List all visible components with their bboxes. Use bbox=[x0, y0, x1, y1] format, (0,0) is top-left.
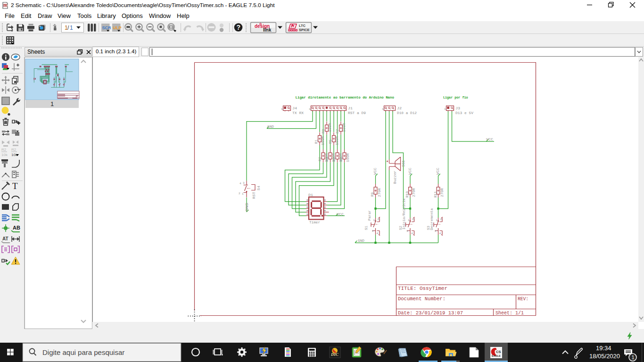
svg-text:18/05/2020: 18/05/2020 bbox=[589, 353, 620, 360]
svg-text:AB: AB bbox=[13, 225, 20, 230]
svg-text:270R: 270R bbox=[412, 188, 416, 197]
svg-text:Inicia/Reinicia: Inicia/Reinicia bbox=[402, 198, 406, 230]
svg-text:2: 2 bbox=[378, 218, 380, 221]
svg-text:SCR: SCR bbox=[102, 25, 112, 30]
svg-text:2: 2 bbox=[440, 218, 442, 221]
svg-text:R1: R1 bbox=[314, 140, 318, 144]
svg-text:4: 4 bbox=[239, 182, 241, 185]
svg-text:Ligar diretamente ao barrament: Ligar diretamente ao barramento do Ardui… bbox=[296, 95, 395, 99]
svg-text:4: 4 bbox=[377, 232, 379, 235]
svg-text:1: 1 bbox=[408, 219, 410, 222]
svg-text:REV:: REV: bbox=[518, 296, 528, 302]
svg-text:EAGLE: EAGLE bbox=[492, 354, 501, 357]
svg-text:100R: 100R bbox=[328, 123, 332, 132]
svg-text:1: 1 bbox=[309, 107, 311, 111]
svg-text:270R: 270R bbox=[440, 188, 444, 197]
svg-text:4: 4 bbox=[411, 232, 413, 235]
svg-text:D10 a D12: D10 a D12 bbox=[397, 111, 417, 115]
svg-text:1: 1 bbox=[70, 25, 73, 31]
svg-text:R6: R6 bbox=[332, 157, 336, 161]
svg-text:SCH: SCH bbox=[3, 5, 8, 7]
svg-text:DIC: DIC bbox=[330, 352, 339, 357]
svg-text:VCC: VCC bbox=[373, 168, 377, 175]
svg-text:GND: GND bbox=[245, 203, 249, 212]
svg-text:100R: 100R bbox=[342, 123, 346, 132]
svg-text:R3: R3 bbox=[322, 129, 325, 133]
svg-text:VCC: VCC bbox=[436, 168, 440, 175]
svg-text:1: 1 bbox=[281, 107, 283, 111]
svg-text:1: 1 bbox=[632, 354, 635, 360]
svg-text:R2: R2 bbox=[11, 148, 17, 152]
svg-text:R7: R7 bbox=[336, 129, 339, 133]
svg-text:RST a D9: RST a D9 bbox=[348, 111, 366, 115]
svg-text:3: 3 bbox=[372, 230, 374, 233]
svg-text:J4: J4 bbox=[292, 106, 297, 110]
svg-text:R5: R5 bbox=[329, 140, 332, 144]
svg-text:1: 1 bbox=[373, 219, 375, 222]
svg-text:SG1: SG1 bbox=[402, 160, 405, 167]
svg-text:1: 1 bbox=[50, 100, 54, 107]
svg-text:J2: J2 bbox=[397, 106, 402, 110]
svg-text:1: 1 bbox=[444, 107, 446, 111]
svg-text:VCC: VCC bbox=[337, 212, 344, 216]
svg-text:Document Number:: Document Number: bbox=[398, 296, 446, 302]
svg-text:R4: R4 bbox=[325, 157, 329, 161]
svg-text:10k: 10k bbox=[1, 153, 8, 157]
svg-text:J3: J3 bbox=[455, 106, 460, 110]
svg-text:Sheet: 1/1: Sheet: 1/1 bbox=[495, 310, 524, 316]
svg-text:R2: R2 bbox=[1, 148, 7, 152]
svg-text:Buzzer: Buzzer bbox=[393, 171, 397, 184]
svg-text:Digite aqui para pesquisar: Digite aqui para pesquisar bbox=[42, 348, 124, 356]
svg-text:R8: R8 bbox=[339, 157, 343, 161]
svg-text:2: 2 bbox=[412, 218, 414, 221]
svg-text:GND: GND bbox=[267, 124, 274, 129]
svg-text:J1: J1 bbox=[348, 106, 353, 110]
svg-text:ULP: ULP bbox=[113, 25, 122, 30]
svg-text:TX RX: TX RX bbox=[292, 111, 304, 115]
svg-text:1: 1 bbox=[382, 107, 384, 111]
svg-text:SPICE: SPICE bbox=[299, 28, 310, 32]
svg-text:VCC: VCC bbox=[486, 137, 493, 141]
svg-text:R9: R9 bbox=[371, 192, 374, 197]
svg-text:AT: AT bbox=[2, 236, 8, 241]
svg-text:100R: 100R bbox=[346, 153, 350, 162]
svg-text:Date: 23/01/2019 13:07: Date: 23/01/2019 13:07 bbox=[398, 310, 463, 316]
svg-text:19:34: 19:34 bbox=[596, 345, 611, 352]
svg-text:2: 2 bbox=[239, 192, 240, 195]
svg-text:R10: R10 bbox=[405, 191, 409, 197]
svg-text:3: 3 bbox=[243, 181, 245, 185]
svg-text:100R: 100R bbox=[335, 136, 339, 145]
svg-text:D1: D1 bbox=[308, 193, 313, 197]
svg-text:1: 1 bbox=[436, 219, 438, 222]
svg-text:GND: GND bbox=[358, 239, 364, 243]
svg-text:TITLE: OssyTimer: TITLE: OssyTimer bbox=[398, 286, 447, 291]
svg-text:4: 4 bbox=[439, 232, 441, 235]
svg-text:R11: R11 bbox=[434, 191, 438, 197]
svg-text:R2: R2 bbox=[318, 157, 322, 161]
svg-text:VCC: VCC bbox=[408, 168, 412, 175]
svg-text:Ligar por fio: Ligar por fio bbox=[443, 95, 468, 99]
svg-text:3: 3 bbox=[406, 230, 408, 233]
svg-text:CS: CS bbox=[496, 350, 501, 354]
svg-text:T: T bbox=[12, 181, 18, 191]
svg-text:3: 3 bbox=[435, 230, 437, 233]
svg-text:D13 e 5V: D13 e 5V bbox=[455, 111, 473, 115]
svg-text:100R: 100R bbox=[321, 136, 325, 145]
svg-text:S1: S1 bbox=[364, 226, 368, 230]
svg-text:1: 1 bbox=[242, 192, 244, 196]
svg-text:Timer: Timer bbox=[309, 220, 320, 224]
svg-text:?: ? bbox=[237, 24, 241, 31]
svg-text:S4: S4 bbox=[257, 186, 261, 190]
svg-text:270R: 270R bbox=[378, 188, 381, 197]
svg-text:link: link bbox=[263, 27, 272, 33]
svg-text:RST: RST bbox=[252, 192, 256, 199]
svg-text:Decrementa: Decrementa bbox=[430, 208, 434, 230]
svg-text:Parar: Parar bbox=[368, 210, 372, 221]
